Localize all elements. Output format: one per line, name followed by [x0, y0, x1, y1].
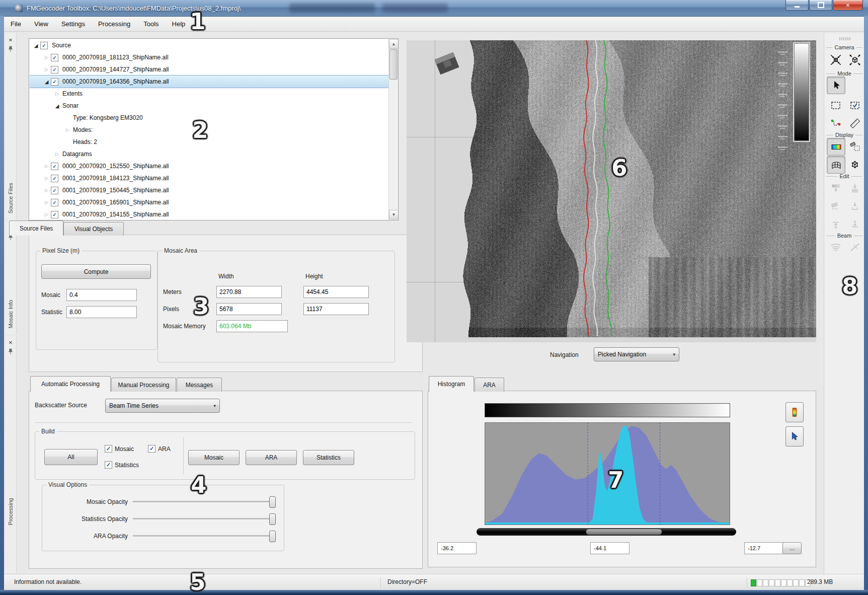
- expander-icon[interactable]: ▷: [42, 67, 51, 72]
- range-min-input[interactable]: -36.2: [437, 542, 477, 554]
- statistics-opacity-slider[interactable]: [133, 518, 274, 520]
- statistics-checkbox[interactable]: ✓Statistics: [105, 461, 139, 469]
- select-mode-button[interactable]: [827, 77, 845, 94]
- tab-visual-objects[interactable]: Visual Objects: [63, 222, 124, 236]
- measure-button[interactable]: [846, 115, 863, 131]
- dock-label-processing[interactable]: Processing: [8, 498, 14, 525]
- scrollbar-thumb[interactable]: [389, 49, 398, 80]
- tree-row[interactable]: ◢✓Source: [30, 39, 389, 51]
- tree-scrollbar[interactable]: ▲ ▼: [388, 39, 398, 219]
- statistic-pixel-input[interactable]: 8.00: [66, 306, 137, 318]
- expander-icon[interactable]: ▷: [42, 212, 51, 217]
- expander-icon[interactable]: ▷: [42, 200, 51, 205]
- build-statistics-button[interactable]: Statistics: [303, 450, 354, 465]
- histogram-plot[interactable]: [485, 422, 730, 525]
- menu-settings[interactable]: Settings: [55, 20, 92, 28]
- checked-checkbox-icon[interactable]: ✓: [51, 54, 58, 61]
- maximize-button[interactable]: [809, 0, 832, 11]
- fit-extents-button[interactable]: [846, 51, 863, 68]
- range-slider-selection[interactable]: [586, 529, 662, 535]
- slider-thumb[interactable]: [269, 496, 276, 508]
- meters-height-input[interactable]: 4454.45: [303, 286, 369, 298]
- tree-row[interactable]: ▷✓0000_20070920_152550_ShipName.all: [30, 160, 389, 172]
- expander-icon[interactable]: ◢: [53, 103, 61, 109]
- histogram-pick-button[interactable]: [785, 426, 804, 447]
- checked-checkbox-icon[interactable]: ✓: [51, 78, 58, 86]
- minimize-button[interactable]: [785, 0, 809, 11]
- build-all-button[interactable]: All: [44, 449, 98, 465]
- expander-icon[interactable]: ▷: [42, 188, 51, 193]
- tree-row[interactable]: ◢✓0000_20070919_164356_ShipName.all: [30, 76, 389, 88]
- checked-checkbox-icon[interactable]: ✓: [51, 66, 58, 73]
- tree-row[interactable]: ▷✓0001_20070919_165901_ShipName.all: [30, 196, 389, 208]
- compute-button[interactable]: Compute: [41, 264, 151, 279]
- menu-file[interactable]: File: [4, 20, 28, 28]
- expander-icon[interactable]: ▷: [63, 127, 72, 132]
- slider-thumb[interactable]: [269, 513, 276, 525]
- erase-area-button[interactable]: [846, 138, 863, 155]
- rect-select-button[interactable]: [827, 97, 844, 113]
- mosaic-pixel-input[interactable]: 0.4: [66, 289, 137, 301]
- checked-checkbox-icon[interactable]: ✓: [40, 42, 48, 49]
- fit-view-button[interactable]: [827, 51, 844, 68]
- expander-icon[interactable]: ◢: [42, 79, 51, 85]
- checked-checkbox-icon[interactable]: ✓: [51, 187, 58, 194]
- slider-thumb[interactable]: [269, 531, 276, 542]
- close-panel-icon[interactable]: ✕: [9, 37, 13, 43]
- checked-checkbox-icon[interactable]: ✓: [51, 175, 58, 182]
- expander-icon[interactable]: ◢: [32, 43, 40, 48]
- colormap-display-button[interactable]: [827, 138, 845, 156]
- tree-row[interactable]: ▷Extents: [30, 88, 389, 100]
- rect-select-check-button[interactable]: [846, 97, 863, 113]
- meters-width-input[interactable]: 2270.88: [216, 286, 282, 298]
- tree-row[interactable]: ▷✓0000_20070919_144727_ShipName.all: [30, 63, 389, 76]
- mosaic-checkbox[interactable]: ✓Mosaic: [105, 445, 134, 453]
- scroll-down-icon[interactable]: ▼: [389, 210, 399, 219]
- navigation-combo[interactable]: Picked Navigation▾: [594, 347, 679, 361]
- tree-row[interactable]: ◢Sonar: [30, 100, 389, 112]
- tree-row[interactable]: ▷✓0000_20070918_181123_ShipName.all: [30, 51, 389, 63]
- tab-manual-processing[interactable]: Manual Processing: [111, 378, 176, 392]
- tree-row[interactable]: ▷Modes:: [30, 124, 389, 136]
- tree-row[interactable]: Type: Kongsberg EM3020: [30, 112, 389, 124]
- close-panel-icon[interactable]: ✕: [9, 340, 13, 345]
- pixels-width-input[interactable]: 5678: [216, 303, 282, 315]
- tree-row[interactable]: ▷✓0001_20070918_184123_ShipName.all: [30, 172, 389, 184]
- menu-help[interactable]: Help: [166, 20, 192, 28]
- scroll-up-icon[interactable]: ▲: [389, 39, 399, 49]
- range-max-input[interactable]: -12.7: [744, 542, 783, 554]
- range-more-button[interactable]: ...: [782, 542, 802, 554]
- wireframe-cube-button[interactable]: [846, 156, 863, 173]
- tree-row[interactable]: ▷Datagrams: [30, 148, 389, 160]
- checked-checkbox-icon[interactable]: ✓: [51, 211, 58, 218]
- ara-checkbox[interactable]: ✓ARA: [148, 445, 171, 453]
- tab-histogram[interactable]: Histogram: [429, 376, 474, 392]
- pin-icon[interactable]: [8, 348, 13, 355]
- checked-checkbox-icon[interactable]: ✓: [51, 199, 58, 206]
- build-mosaic-button[interactable]: Mosaic: [188, 450, 240, 465]
- build-ara-button[interactable]: ARA: [246, 450, 297, 465]
- mesh-surface-button[interactable]: [827, 156, 845, 174]
- menu-tools[interactable]: Tools: [137, 20, 165, 28]
- tree-row[interactable]: Heads: 2: [30, 136, 389, 148]
- tree-row[interactable]: ▷✓0001_20070920_154155_ShipName.all: [30, 208, 389, 219]
- range-slider[interactable]: [477, 528, 736, 536]
- expander-icon[interactable]: ▷: [53, 91, 61, 96]
- tab-source-files[interactable]: Source Files: [9, 220, 63, 236]
- backscatter-source-combo[interactable]: Beam Time Series▾: [105, 399, 220, 413]
- expander-icon[interactable]: ▷: [53, 152, 61, 157]
- pixels-height-input[interactable]: 11137: [303, 303, 369, 315]
- expander-icon[interactable]: ▷: [42, 176, 51, 181]
- sonar-mosaic-map[interactable]: [407, 40, 816, 342]
- colormap-button[interactable]: [785, 402, 804, 422]
- dock-label-mosaic-info[interactable]: Mosaic Info: [8, 300, 14, 328]
- menu-view[interactable]: View: [28, 20, 55, 28]
- close-button[interactable]: ✕: [833, 0, 863, 11]
- menu-processing[interactable]: Processing: [92, 20, 137, 28]
- range-mid-input[interactable]: -44.1: [590, 542, 629, 554]
- tab-messages[interactable]: Messages: [177, 378, 222, 392]
- checked-checkbox-icon[interactable]: ✓: [51, 163, 58, 170]
- tab-automatic-processing[interactable]: Automatic Processing: [30, 376, 111, 392]
- toolbar-grip[interactable]: [839, 37, 850, 40]
- tree-row[interactable]: ▷✓0001_20070919_150445_ShipName.all: [30, 184, 389, 196]
